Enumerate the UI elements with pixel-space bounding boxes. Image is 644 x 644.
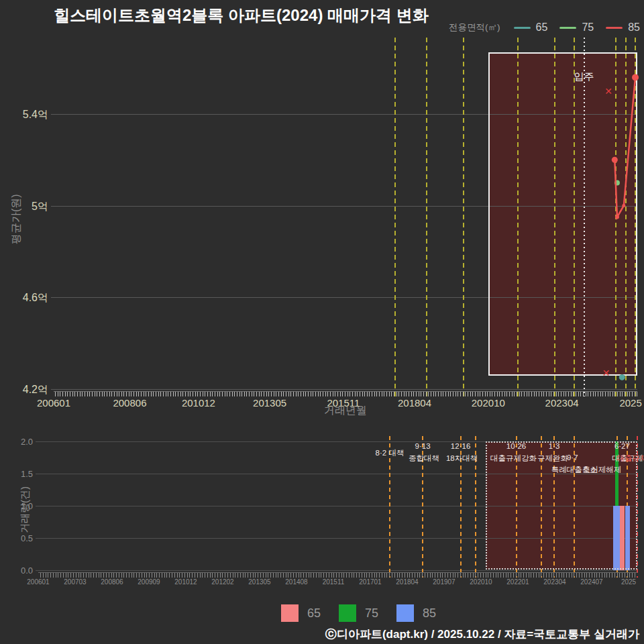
volume-highlight-region: [486, 441, 637, 570]
price-point-85: [622, 204, 625, 207]
policy-line-volume: [553, 436, 555, 578]
policy-line-volume: [516, 436, 517, 578]
policy-label: 대출규제강화: [490, 453, 537, 464]
volume-ytick-label: 0.0: [0, 566, 33, 576]
price-gridline: [51, 297, 637, 298]
legend-item-75: 75: [559, 21, 594, 34]
policy-label: 규제완화: [537, 453, 568, 464]
page-title: 힐스테이트초월역2블록 아파트(2024) 매매가격 변화: [54, 5, 429, 26]
policy-line-price: [574, 38, 575, 396]
volume-xtick-label: 201012: [167, 578, 205, 586]
legend-swatch-85-icon: [396, 604, 414, 622]
chart-page: 힐스테이트초월역2블록 아파트(2024) 매매가격 변화 전용면적(㎡) 65…: [0, 0, 644, 644]
volume-bar-65: [620, 506, 625, 570]
volume-legend: 65 75 85: [281, 604, 445, 622]
policy-line-volume: [460, 436, 462, 578]
volume-bar-85: [625, 506, 630, 570]
policy-line-price: [517, 38, 519, 396]
policy-label: 특례대출축소: [551, 465, 598, 475]
policy-label: 12·16: [451, 442, 470, 450]
event-line-layer: [0, 0, 644, 644]
legend-title: 전용면적(㎡): [449, 21, 500, 34]
price-xtick-label: 200601: [32, 397, 75, 409]
volume-xtick-label: 202010: [462, 578, 500, 586]
volume-x-axis-minor-ticks: [40, 573, 637, 578]
price-highlight-region: [488, 52, 637, 376]
policy-line-volume: [475, 436, 476, 578]
price-line-85: [614, 77, 635, 217]
volume-ytick-label: 0.5: [0, 533, 33, 543]
price-xtick-label: 201305: [248, 397, 291, 409]
volume-xtick-label: 202304: [536, 578, 574, 586]
price-xtick-label: 201804: [393, 397, 436, 409]
volume-xtick-label: 201511: [315, 578, 352, 586]
volume-xtick-label: 202407: [573, 578, 610, 586]
legend-line-85-icon: [606, 27, 623, 29]
policy-line-volume: [616, 436, 618, 578]
move-in-line: [584, 38, 585, 396]
volume-xtick-label: 201907: [425, 578, 463, 586]
price-series-layer: [0, 0, 644, 644]
volume-xtick-label: 200601: [19, 578, 57, 586]
legend-label-75: 75: [582, 21, 594, 34]
volume-legend-label-75: 75: [365, 606, 378, 621]
volume-xtick-label: 200806: [93, 578, 131, 586]
policy-line-volume: [627, 436, 628, 578]
highlight-boxes: [0, 0, 644, 644]
policy-line-price: [554, 38, 555, 396]
price-gridline: [51, 206, 637, 207]
policy-label: 1·3: [549, 442, 560, 450]
policy-label: 18차대책: [446, 453, 478, 464]
volume-xtick-label: 201305: [241, 578, 278, 586]
legend-item-85: 85: [606, 21, 640, 34]
price-xtick-label: 2025: [609, 397, 644, 409]
policy-line-price: [463, 38, 464, 396]
volume-bar-75: [615, 441, 619, 570]
price-xtick-label: 200806: [108, 397, 151, 409]
legend-label-65: 65: [536, 21, 548, 34]
label-layer: 5.4억5억4.6억4.2억2.01.51.00.50.020060120080…: [0, 0, 644, 644]
policy-label: 9·13: [415, 442, 431, 450]
volume-x-axis: [38, 572, 637, 573]
area-legend: 전용면적(㎡) 65 75 85: [449, 21, 640, 34]
policy-label: 9·7: [567, 453, 578, 462]
price-point-65: [619, 374, 625, 380]
volume-xtick-label: 200703: [56, 578, 94, 586]
outlier-x-mark: ✕: [604, 86, 612, 97]
price-point-85: [615, 215, 619, 219]
policy-label: 10·26: [506, 442, 526, 450]
volume-xtick-label: 201408: [278, 578, 315, 586]
volume-xtick-label: 200909: [130, 578, 168, 586]
volume-highlight-border: [486, 441, 637, 570]
volume-ytick-label: 2.0: [0, 437, 33, 447]
price-y-axis-title: 평균가(원): [9, 194, 23, 244]
volume-y-axis-title: 거래량(건): [19, 486, 32, 533]
policy-label: 대출규제: [616, 453, 644, 464]
policy-line-volume: [541, 436, 542, 578]
price-x-axis-minor-ticks: [55, 392, 637, 396]
price-x-axis: [54, 391, 637, 392]
policy-label: 토허제해제: [583, 465, 622, 475]
copyright-source-text: ⓒ디아파트(dapt.kr) / 2025.10.22 / 자료=국토교통부 실…: [325, 627, 639, 642]
move-in-label: 입주: [574, 70, 594, 83]
policy-label: 종합대책: [409, 453, 439, 464]
box-border-layer: [0, 0, 644, 644]
price-xtick-label: 201012: [177, 397, 220, 409]
policy-line-volume-red: [637, 436, 638, 578]
price-point-85: [612, 157, 618, 163]
legend-line-65-icon: [514, 27, 531, 29]
price-gridline: [51, 114, 637, 115]
volume-xtick-label: 2025: [610, 578, 644, 586]
policy-line-price: [625, 38, 627, 396]
legend-swatch-75-icon: [339, 604, 356, 622]
policy-label: 대출규제: [612, 453, 643, 464]
legend-line-75-icon: [559, 27, 576, 29]
volume-bar-layer: [0, 0, 644, 644]
policy-line-volume: [389, 436, 390, 578]
price-ytick-label: 5.4억: [0, 108, 48, 122]
policy-line-price: [426, 38, 427, 396]
volume-legend-label-85: 85: [423, 606, 436, 621]
price-point-75: [614, 180, 620, 185]
outlier-x-mark: ✕: [602, 368, 610, 378]
policy-label: 6·27: [614, 442, 630, 450]
